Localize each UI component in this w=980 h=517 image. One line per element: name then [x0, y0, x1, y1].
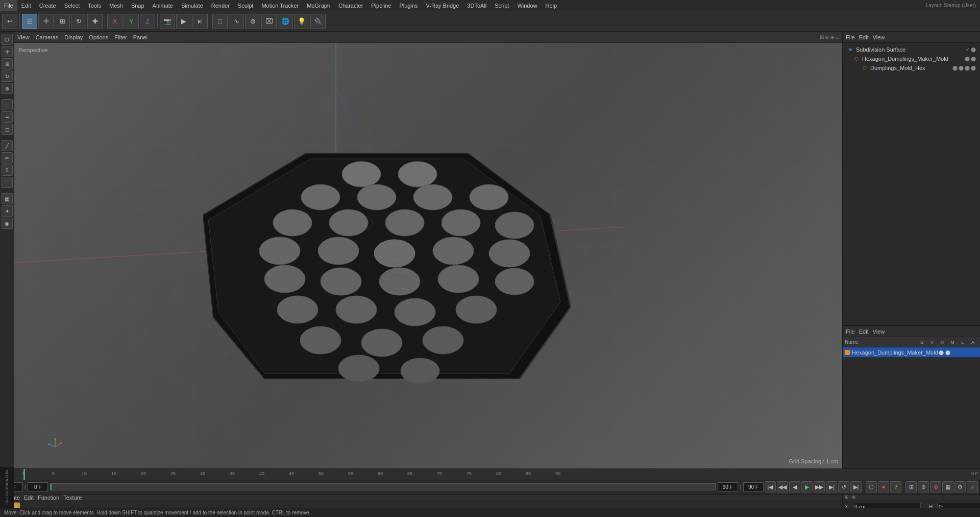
deform-button[interactable]: ⌧	[261, 14, 277, 29]
transform-button[interactable]: ✚	[87, 14, 103, 29]
menu-motion-tracker[interactable]: Motion Tracker	[257, 0, 303, 11]
tool-move[interactable]: ✛	[2, 46, 13, 57]
menu-script[interactable]: Script	[491, 0, 513, 11]
vp-view[interactable]: View	[17, 34, 30, 40]
tool-scale[interactable]: ⊞	[2, 58, 13, 69]
mat-function[interactable]: Function	[38, 495, 59, 501]
go-start-button[interactable]: |◀	[765, 481, 776, 492]
tl-settings[interactable]: ⚙	[954, 481, 966, 492]
obj-edit-menu[interactable]: Edit	[859, 34, 869, 40]
plugin-button[interactable]: 🔌	[310, 14, 326, 29]
menu-snap[interactable]: Snap	[127, 0, 149, 11]
go-end-button[interactable]: ▶|	[850, 481, 862, 492]
menu-window[interactable]: Window	[513, 0, 541, 11]
prev-key-button[interactable]: ◀◀	[777, 481, 788, 492]
tool-fx[interactable]: ✦	[2, 205, 13, 217]
z-axis-button[interactable]: Z	[140, 14, 155, 29]
play-button[interactable]: ▶	[801, 481, 813, 492]
menu-simulate[interactable]: Simulate	[177, 0, 207, 11]
keyframe-mode[interactable]: ⬡	[866, 481, 877, 492]
tree-item-hexagon-mold[interactable]: ⬡ Hexagon_Dumplings_Maker_Mold ⬤⬤	[845, 54, 978, 63]
tool-rotate[interactable]: ↻	[2, 70, 13, 82]
tool-paint[interactable]: ✏	[2, 152, 13, 163]
undo-button[interactable]: ↩	[2, 14, 17, 29]
help-button[interactable]: ?	[890, 481, 901, 492]
menu-3dtoall[interactable]: 3DToAll	[463, 0, 491, 11]
timeline-scrubber[interactable]	[50, 483, 715, 490]
menu-render[interactable]: Render	[207, 0, 234, 11]
vp-cameras[interactable]: Cameras	[36, 34, 59, 40]
select-button[interactable]: ☰	[22, 14, 37, 29]
prev-frame-button[interactable]: ◀	[789, 481, 800, 492]
next-key-button[interactable]: ▶|	[826, 481, 837, 492]
tl-anim[interactable]: ⊚	[918, 481, 929, 492]
scale-button[interactable]: ⊞	[55, 14, 70, 29]
object-row-hexagon[interactable]: Hexagon_Dumplings_Maker_Mold ⬤ ⬤	[843, 347, 980, 358]
menu-vray[interactable]: V-Ray Bridge	[422, 0, 463, 11]
menu-animate[interactable]: Animate	[149, 0, 177, 11]
menu-file[interactable]: File	[0, 0, 17, 11]
tl-snap[interactable]: ⊞	[905, 481, 917, 492]
forward-frame-button[interactable]: ▶▶	[814, 481, 825, 492]
tool-poly[interactable]: ◻	[2, 124, 13, 135]
obj2-view-menu[interactable]: View	[873, 328, 885, 335]
menu-create[interactable]: Create	[35, 0, 60, 11]
menu-plugins[interactable]: Plugins	[395, 0, 422, 11]
obj-col-v[interactable]: ⬤	[945, 350, 951, 355]
vp-panel[interactable]: Panel	[133, 34, 148, 40]
light-button[interactable]: 💡	[294, 14, 309, 29]
spline-button[interactable]: ∿	[229, 14, 244, 29]
menu-mesh[interactable]: Mesh	[105, 0, 127, 11]
tl-record[interactable]: ⊕	[930, 481, 941, 492]
tl-play-all[interactable]: ▦	[942, 481, 953, 492]
y-axis-button[interactable]: Y	[124, 14, 139, 29]
tool-edge[interactable]: ━	[2, 111, 13, 123]
obj-view-menu[interactable]: View	[873, 34, 885, 40]
tool-live[interactable]: ⊕	[2, 83, 13, 94]
obj-col-s[interactable]: ⬤	[938, 350, 945, 355]
vp-options[interactable]: Options	[89, 34, 108, 40]
menu-edit[interactable]: Edit	[17, 0, 35, 11]
obj2-file-menu[interactable]: File	[846, 328, 855, 335]
tool-point[interactable]: ·	[2, 99, 13, 110]
tool-select[interactable]: ⬡	[2, 34, 13, 45]
mat-edit[interactable]: Edit	[24, 495, 34, 501]
menu-pipeline[interactable]: Pipeline	[367, 0, 395, 11]
vp-filter[interactable]: Filter	[114, 34, 127, 40]
tree-item-subdivision[interactable]: ⊚ Subdivision Surface ✓ ⬤	[845, 45, 978, 54]
nurbs-button[interactable]: ⊚	[245, 14, 260, 29]
render-settings-button[interactable]: 📷	[160, 14, 175, 29]
menu-tools[interactable]: Tools	[84, 0, 105, 11]
scene-button[interactable]: 🌐	[278, 14, 293, 29]
tool-dollar[interactable]: $	[2, 165, 13, 176]
end-frame-input[interactable]	[718, 482, 738, 491]
vp-display[interactable]: Display	[64, 34, 83, 40]
menu-select[interactable]: Select	[60, 0, 84, 11]
loop-button[interactable]: ↺	[838, 481, 849, 492]
tool-line[interactable]: ╱	[2, 140, 13, 151]
tree-item-dumplings-hex[interactable]: ⬡ Dumplings_Mold_Hex ⬤⬤⬤⬤	[845, 63, 978, 73]
auto-key-button[interactable]: ●	[878, 481, 889, 492]
render-frame-button[interactable]: ▶	[176, 14, 191, 29]
subdiv-check[interactable]: ✓	[966, 47, 970, 52]
tool-layers[interactable]: ▦	[2, 193, 13, 204]
tl-extra[interactable]: ≡	[967, 481, 978, 492]
tool-bend[interactable]: ⌒	[2, 177, 13, 188]
render-anim-button[interactable]: ⏯	[192, 14, 208, 29]
start-frame-input[interactable]	[28, 482, 48, 491]
rotate-button[interactable]: ↻	[71, 14, 86, 29]
x-axis-button[interactable]: X	[107, 14, 122, 29]
menu-character[interactable]: Character	[334, 0, 367, 11]
menu-help[interactable]: Help	[542, 0, 561, 11]
tool-obj[interactable]: ◉	[2, 218, 13, 229]
cube-button[interactable]: □	[212, 14, 228, 29]
viewport[interactable]: Perspective Grid Spacing : 1 cm	[14, 43, 842, 468]
move-button[interactable]: ✛	[38, 14, 54, 29]
menu-sculpt[interactable]: Sculpt	[234, 0, 258, 11]
max-frame-input[interactable]	[743, 482, 764, 491]
subdiv-dot[interactable]: ⬤	[971, 47, 976, 52]
menu-mograph[interactable]: MoGraph	[303, 0, 334, 11]
obj2-edit-menu[interactable]: Edit	[859, 328, 869, 335]
mat-texture[interactable]: Texture	[63, 495, 82, 501]
obj-file-menu[interactable]: File	[846, 34, 855, 40]
